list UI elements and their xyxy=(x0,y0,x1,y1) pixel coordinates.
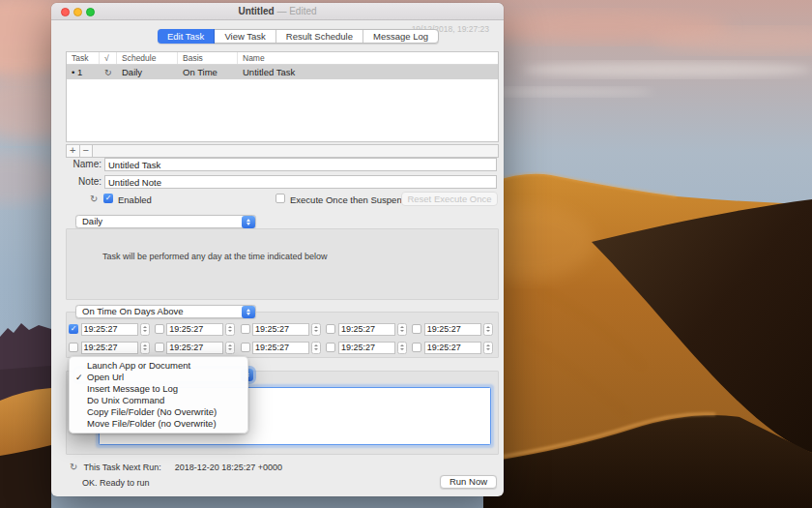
name-label: Name: xyxy=(73,158,102,171)
time-stepper-icon[interactable] xyxy=(397,323,407,336)
time-slot xyxy=(412,322,498,336)
col-schedule[interactable]: Schedule xyxy=(117,52,178,64)
document-title: Untitled xyxy=(238,6,274,16)
reset-execute-once-button[interactable]: Reset Execute Once xyxy=(401,192,498,206)
tab-edit-task[interactable]: Edit Task xyxy=(158,29,215,44)
time-checkbox[interactable] xyxy=(241,343,250,352)
window-title: Untitled — Edited xyxy=(238,6,316,16)
col-task[interactable]: Task xyxy=(67,52,100,64)
remove-task-button[interactable]: − xyxy=(80,145,94,157)
tab-view-task[interactable]: View Task xyxy=(215,30,276,43)
cell-name: Untitled Task xyxy=(238,67,498,77)
time-input[interactable] xyxy=(166,323,223,336)
tab-message-log[interactable]: Message Log xyxy=(363,30,438,43)
menu-item-open-url[interactable]: ✓Open Url xyxy=(70,372,247,383)
popup-stepper-icon xyxy=(242,216,255,228)
time-checkbox[interactable] xyxy=(155,324,164,334)
time-stepper-icon[interactable] xyxy=(483,323,493,336)
close-button[interactable] xyxy=(61,8,70,16)
schedule-description-panel: Task will be performed any day at the ti… xyxy=(66,228,499,300)
time-stepper-icon[interactable] xyxy=(140,342,150,354)
next-run-value: 2018-12-20 18:25:27 +0000 xyxy=(175,463,282,472)
execute-once-label: Execute Once then Suspend xyxy=(290,194,407,205)
time-stepper-icon[interactable] xyxy=(397,342,407,354)
cell-basis: On Time xyxy=(178,67,238,77)
action-type-menu: Launch App or Document ✓Open Url Insert … xyxy=(69,356,248,433)
time-stepper-icon[interactable] xyxy=(140,323,150,336)
next-run-row: ↻ This Task Next Run: 2018-12-20 18:25:2… xyxy=(70,462,282,472)
edited-indicator: — Edited xyxy=(275,6,317,16)
cell-check: ↻ xyxy=(100,67,117,77)
time-input[interactable] xyxy=(252,323,309,336)
time-stepper-icon[interactable] xyxy=(225,342,235,354)
basis-popup[interactable]: On Time On Days Above xyxy=(75,305,256,318)
time-slot xyxy=(241,341,327,354)
refresh-icon: ↻ xyxy=(104,68,112,77)
table-toolbar: + − xyxy=(66,144,499,158)
time-input[interactable] xyxy=(338,323,395,336)
time-input[interactable] xyxy=(252,342,309,354)
name-row: Name: xyxy=(51,158,504,171)
tab-result-schedule[interactable]: Result Schedule xyxy=(276,30,363,43)
time-stepper-icon[interactable] xyxy=(225,323,235,336)
time-checkbox[interactable] xyxy=(241,324,250,334)
cell-task: • 1 xyxy=(67,67,100,77)
minimize-button[interactable] xyxy=(73,8,82,16)
run-now-button[interactable]: Run Now xyxy=(440,475,497,489)
time-stepper-icon[interactable] xyxy=(311,342,321,354)
check-icon: ✓ xyxy=(75,372,83,383)
time-input[interactable] xyxy=(424,342,481,354)
time-stepper-icon[interactable] xyxy=(483,342,493,354)
col-name[interactable]: Name xyxy=(238,52,498,64)
time-input[interactable] xyxy=(166,342,223,354)
note-label: Note: xyxy=(78,175,102,189)
menu-item-unix-command[interactable]: Do Unix Command xyxy=(70,395,247,406)
time-slot xyxy=(326,322,412,336)
time-row-2 xyxy=(69,341,498,354)
time-checkbox[interactable] xyxy=(326,324,335,334)
schedule-type-popup[interactable]: Daily xyxy=(75,215,256,228)
status-text: OK. Ready to run xyxy=(82,478,150,488)
time-input[interactable] xyxy=(81,323,138,336)
schedule-type-value: Daily xyxy=(82,216,102,227)
popup-stepper-icon xyxy=(242,306,255,318)
time-input[interactable] xyxy=(424,323,481,336)
name-input[interactable] xyxy=(104,158,497,171)
execute-once-checkbox[interactable] xyxy=(276,194,285,203)
time-checkbox[interactable] xyxy=(155,343,164,352)
time-row-1: ✓ xyxy=(69,322,498,336)
check-icon: ✓ xyxy=(105,194,112,203)
add-task-button[interactable]: + xyxy=(67,145,80,157)
menu-item-move-file[interactable]: Move File/Folder (no Overwrite) xyxy=(70,418,247,430)
basis-value: On Time On Days Above xyxy=(82,306,184,317)
time-checkbox[interactable] xyxy=(412,324,421,334)
col-basis[interactable]: Basis xyxy=(178,52,238,64)
time-checkbox[interactable] xyxy=(412,343,421,352)
time-checkbox[interactable]: ✓ xyxy=(69,324,78,334)
refresh-icon[interactable]: ↻ xyxy=(90,194,98,204)
time-input[interactable] xyxy=(81,342,138,354)
refresh-icon[interactable]: ↻ xyxy=(70,462,77,472)
menu-item-insert-message[interactable]: Insert Message to Log xyxy=(70,383,247,395)
enabled-checkbox[interactable]: ✓ xyxy=(103,194,113,203)
time-grid-panel: ✓ xyxy=(66,312,499,358)
zoom-button[interactable] xyxy=(86,8,95,16)
time-checkbox[interactable] xyxy=(326,343,335,352)
note-input[interactable] xyxy=(104,175,497,189)
options-row: ↻ ✓ Enabled Execute Once then Suspend Re… xyxy=(51,193,504,206)
desktop: Untitled — Edited 19/12/2018, 19:27:23 E… xyxy=(0,0,812,508)
time-slot xyxy=(241,322,327,336)
cell-schedule: Daily xyxy=(117,67,178,77)
menu-item-launch-app[interactable]: Launch App or Document xyxy=(70,360,247,372)
enabled-label: Enabled xyxy=(118,194,152,205)
time-checkbox[interactable] xyxy=(69,343,78,352)
col-check[interactable]: √ xyxy=(100,52,117,64)
check-icon: ✓ xyxy=(71,324,77,334)
time-input[interactable] xyxy=(338,342,395,354)
menu-item-copy-file[interactable]: Copy File/Folder (No Overwrite) xyxy=(70,406,247,418)
table-row[interactable]: • 1 ↻ Daily On Time Untitled Task xyxy=(67,65,498,79)
title-bar[interactable]: Untitled — Edited xyxy=(51,3,504,20)
schedule-description: Task will be performed any day at the ti… xyxy=(102,252,328,261)
time-stepper-icon[interactable] xyxy=(311,323,321,336)
next-run-label: This Task Next Run: xyxy=(83,463,160,472)
